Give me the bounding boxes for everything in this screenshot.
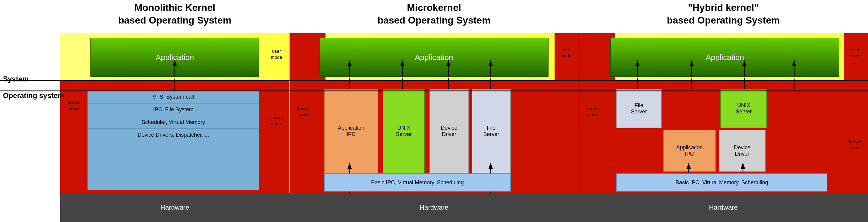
device-driver-box-mk: DeviceDriver	[430, 89, 469, 173]
kernel-mode-label-1: kernelmode	[62, 100, 86, 111]
user-mode-label-3: usermode	[844, 47, 867, 58]
kernel-mode-label-1b: kernelmode	[265, 115, 288, 127]
user-mode-label-2: usermode	[555, 47, 577, 58]
system-separator	[0, 80, 868, 81]
microkernel-title: Microkernelbased Operating System	[289, 1, 579, 27]
unix-server-box: UNIXServer	[383, 89, 425, 173]
kernel-box-1: VFS, System call IPC, File System Schedu…	[87, 90, 259, 190]
application-box-1: Application	[90, 38, 259, 77]
hardware-1: Hardware	[60, 193, 289, 222]
unix-server-box-hk: UNIXServer	[720, 89, 767, 128]
hk-red-left	[579, 33, 615, 80]
application-box-2: Application	[319, 38, 549, 77]
application-box-3: Application	[610, 38, 839, 77]
kernel-mode-label-3b: kernelmode	[844, 139, 867, 150]
user-mode-label-1: usermode	[265, 48, 288, 60]
basic-ipc-box-hk: Basic IPC, Virtual Memory, Scheduling	[616, 173, 827, 192]
kernel-mode-label-2: kernelmode	[291, 106, 315, 117]
basic-ipc-box-mk: Basic IPC, Virtual Memory, Scheduling	[324, 173, 511, 192]
file-server-box-hk: FileServer	[616, 89, 661, 128]
hardware-2: Hardware	[289, 193, 579, 222]
monolithic-title: Monolithic Kernelbased Operating System	[60, 1, 289, 27]
vfs-label: VFS, System call	[88, 91, 259, 104]
device-driver-box-hk: DeviceDriver	[719, 130, 766, 172]
system-label: System	[3, 75, 29, 83]
ipc-label: IPC, File System	[88, 104, 259, 116]
hardware-3: Hardware	[579, 193, 868, 222]
drivers-label: Device Drivers, Dispatcher, ...	[88, 129, 259, 141]
os-separator	[0, 90, 868, 91]
file-server-box-mk: FileServer	[472, 89, 511, 173]
app-ipc-box-hk: ApplicationIPC	[663, 130, 716, 172]
os-label: Operating system	[3, 91, 64, 100]
kernel-mode-label-3: kernelmode	[581, 106, 604, 117]
scheduler-label: Scheduler, Virtual Memory	[88, 116, 259, 129]
app-ipc-box: ApplicationIPC	[324, 89, 378, 173]
hybrid-title: "Hybrid kernel"based Operating System	[579, 1, 868, 27]
